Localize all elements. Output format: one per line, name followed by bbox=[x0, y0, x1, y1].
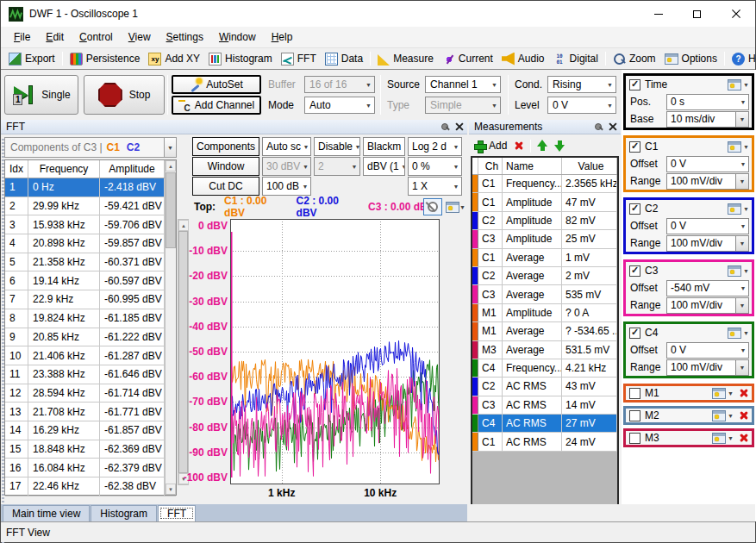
fft-table-row[interactable]: 8 19.824 kHz -61.185 dBV bbox=[5, 309, 176, 328]
measure-button[interactable]: Measure bbox=[373, 51, 438, 67]
m1-enable-checkbox[interactable] bbox=[629, 388, 640, 399]
measurement-row[interactable]: M1 Average ? -534.65 ... bbox=[472, 322, 617, 340]
c1-enable-checkbox[interactable] bbox=[629, 141, 640, 153]
source-select[interactable]: Channel 1▼ bbox=[425, 76, 501, 93]
menu-item[interactable]: Help bbox=[264, 28, 301, 47]
menu-item[interactable]: View bbox=[121, 28, 159, 47]
scale-select[interactable]: Auto sc▼ bbox=[262, 137, 311, 156]
m1-options-button[interactable]: ▼ bbox=[712, 388, 734, 399]
c3-range-select[interactable]: 100 mV/div▼ bbox=[666, 297, 749, 314]
samples-select[interactable]: Log 2 d▼ bbox=[408, 137, 462, 156]
c1-offset-select[interactable]: 0 V▼ bbox=[666, 156, 749, 172]
window-button[interactable]: Window bbox=[192, 157, 259, 176]
measurement-row[interactable]: C1 Amplitude 47 mV bbox=[472, 193, 617, 211]
cut-dc-button[interactable]: Cut DC bbox=[192, 177, 259, 196]
measurement-row[interactable]: M3 Average 531.5 mV bbox=[472, 341, 617, 359]
measurement-row[interactable]: C2 Amplitude 82 mV bbox=[472, 212, 617, 230]
view-tab[interactable]: FFT bbox=[158, 505, 196, 521]
m2-options-button[interactable]: ▼ bbox=[712, 410, 734, 421]
condition-select[interactable]: Rising▼ bbox=[547, 76, 616, 93]
measurement-row[interactable]: C3 Amplitude 25 mV bbox=[472, 230, 617, 248]
time-base-select[interactable]: 10 ms/div▼ bbox=[666, 111, 749, 128]
fft-table-row[interactable]: 5 21.358 kHz -60.371 dBV bbox=[5, 253, 176, 272]
options-button[interactable]: Options bbox=[660, 51, 722, 66]
m3-enable-checkbox[interactable] bbox=[629, 433, 640, 444]
fft-table-row[interactable]: 15 18.848 kHz -62.369 dBV bbox=[5, 440, 176, 459]
m2-delete-icon[interactable] bbox=[738, 410, 749, 421]
scrollbar-thumb[interactable] bbox=[178, 231, 188, 473]
m2-enable-checkbox[interactable] bbox=[629, 410, 640, 421]
plot-zoom-tool-button[interactable] bbox=[423, 198, 442, 215]
measurement-row[interactable]: C4 AC RMS 27 mV bbox=[472, 415, 617, 433]
current-button[interactable]: Current bbox=[438, 51, 497, 67]
components-header-menu-button[interactable]: ▼ bbox=[164, 138, 176, 157]
fft-table-row[interactable]: 14 16.29 kHz -61.857 dBV bbox=[5, 421, 176, 440]
measurement-row[interactable]: M1 Amplitude ? 0 A bbox=[472, 304, 617, 322]
pin-icon[interactable] bbox=[594, 122, 603, 131]
fft-table-row[interactable]: 9 20.85 kHz -61.222 dBV bbox=[5, 328, 176, 347]
fft-table-row[interactable]: 12 28.594 kHz -61.714 dBV bbox=[5, 384, 176, 403]
fft-table-row[interactable]: 10 21.406 kHz -61.287 dBV bbox=[5, 346, 176, 365]
histogram-button[interactable]: Histogram bbox=[204, 51, 277, 67]
data-button[interactable]: Data bbox=[321, 51, 367, 67]
c2-offset-select[interactable]: 0 V▼ bbox=[666, 218, 749, 234]
fft-table-row[interactable]: 7 22.9 kHz -60.995 dBV bbox=[5, 290, 176, 309]
windows-count-select[interactable]: 2▼ bbox=[314, 157, 360, 176]
fft-table-row[interactable]: 6 19.14 kHz -60.597 dBV bbox=[5, 272, 176, 290]
fft-table-scrollbar[interactable]: ▲ ▼ bbox=[165, 160, 176, 495]
persistence-button[interactable]: Persistence bbox=[66, 51, 145, 67]
close-icon[interactable] bbox=[454, 122, 464, 132]
view-tab[interactable]: Main time view bbox=[3, 505, 90, 521]
plot-vertical-scrollbar[interactable]: ▲ ▼ bbox=[178, 219, 189, 485]
c2-range-select[interactable]: 100 mV/div▼ bbox=[666, 235, 749, 252]
move-up-icon[interactable] bbox=[537, 140, 548, 152]
single-button[interactable]: 1 Single bbox=[4, 75, 78, 115]
menu-item[interactable]: Control bbox=[72, 28, 121, 47]
measurement-row[interactable]: C1 AC RMS 24 mV bbox=[472, 433, 617, 451]
mode-select[interactable]: Auto▼ bbox=[304, 97, 375, 114]
delete-measurement-icon[interactable] bbox=[513, 140, 524, 152]
c4-enable-checkbox[interactable] bbox=[629, 328, 640, 339]
c3-offset-select[interactable]: -540 mV▼ bbox=[666, 280, 749, 296]
c3-options-button[interactable]: ▼ bbox=[728, 265, 749, 277]
c1-range-select[interactable]: 100 mV/div▼ bbox=[666, 173, 749, 190]
c4-range-select[interactable]: 100 mV/div▼ bbox=[666, 359, 749, 376]
move-down-icon[interactable] bbox=[554, 140, 565, 152]
fft-table-row[interactable]: 11 23.388 kHz -61.646 dBV bbox=[5, 365, 176, 384]
menu-item[interactable]: Settings bbox=[159, 28, 211, 47]
buffer-select[interactable]: 16 of 16▼ bbox=[304, 76, 375, 93]
view-tab[interactable]: Histogram bbox=[91, 505, 157, 521]
c2-enable-checkbox[interactable] bbox=[629, 203, 640, 215]
fft-button[interactable]: FFT bbox=[277, 51, 321, 67]
digital-button[interactable]: 1001Digital bbox=[549, 51, 603, 67]
c3-enable-checkbox[interactable] bbox=[629, 265, 640, 277]
zoom-button[interactable]: Zoom bbox=[609, 51, 660, 67]
export-button[interactable]: Export bbox=[4, 51, 59, 67]
m3-options-button[interactable]: ▼ bbox=[712, 433, 734, 444]
maximize-button[interactable] bbox=[678, 1, 716, 27]
menu-item[interactable]: Window bbox=[211, 28, 264, 47]
c2-options-button[interactable]: ▼ bbox=[728, 203, 749, 215]
offset-percent-select[interactable]: 0 %▼ bbox=[408, 157, 462, 176]
fft-table-row[interactable]: 16 16.084 kHz -62.379 dBV bbox=[5, 459, 176, 477]
components-c1-label[interactable]: C1 bbox=[107, 141, 120, 153]
c4-offset-select[interactable]: 0 V▼ bbox=[666, 342, 749, 359]
minimize-button[interactable] bbox=[639, 1, 678, 27]
c1-options-button[interactable]: ▼ bbox=[728, 141, 749, 153]
measurement-row[interactable]: C1 Frequency... 2.3565 kHz bbox=[472, 175, 617, 193]
menu-item[interactable]: Edit bbox=[38, 28, 72, 47]
help-button[interactable]: ?Help bbox=[728, 51, 756, 67]
m1-delete-icon[interactable] bbox=[738, 388, 749, 399]
fft-table-row[interactable]: 17 22.46 kHz -62.38 dBV bbox=[5, 477, 176, 496]
close-icon[interactable] bbox=[608, 122, 617, 132]
units-select[interactable]: dBV (1▼ bbox=[363, 157, 405, 176]
c4-options-button[interactable]: ▼ bbox=[728, 328, 749, 339]
close-button[interactable] bbox=[716, 1, 755, 27]
menu-item[interactable]: File bbox=[6, 28, 38, 47]
time-enable-checkbox[interactable] bbox=[629, 79, 640, 90]
measurement-row[interactable]: C2 AC RMS 43 mV bbox=[472, 378, 617, 396]
pin-icon[interactable] bbox=[440, 122, 449, 131]
fft-table-row[interactable]: 13 21.708 kHz -61.771 dBV bbox=[5, 403, 176, 421]
measurement-row[interactable]: C4 Frequency... 4.21 kHz bbox=[472, 359, 617, 378]
cut-db-select[interactable]: 100 dB▼ bbox=[262, 177, 311, 196]
